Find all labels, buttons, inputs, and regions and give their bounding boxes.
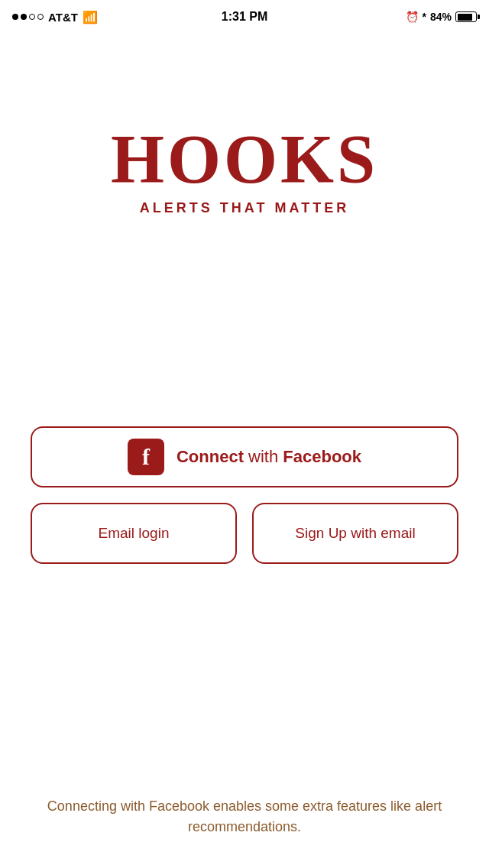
app-tagline: ALERTS THAT MATTER <box>140 200 349 216</box>
secondary-buttons-row: Email login Sign Up with email <box>31 503 458 564</box>
facebook-button-label: Connect with Facebook <box>176 447 361 467</box>
signal-dot-2 <box>21 14 27 20</box>
logo-section: HOOKS ALERTS THAT MATTER <box>111 125 378 216</box>
battery-fill <box>458 14 472 21</box>
buttons-section: f Connect with Facebook Email login Sign… <box>31 426 458 564</box>
time-label: 1:31 PM <box>222 10 267 24</box>
status-bar: AT&T 📶 1:31 PM ⏰ * 84% <box>0 0 489 34</box>
signal-dot-1 <box>12 14 18 20</box>
facebook-icon: f <box>128 439 164 475</box>
main-content: HOOKS ALERTS THAT MATTER f Connect with … <box>0 34 489 868</box>
bluetooth-icon: * <box>423 11 426 23</box>
facebook-connect-button[interactable]: f Connect with Facebook <box>31 426 458 487</box>
signup-email-button[interactable]: Sign Up with email <box>252 503 458 564</box>
carrier-label: AT&T <box>48 11 78 24</box>
status-right: ⏰ * 84% <box>406 11 477 23</box>
footer-text: Connecting with Facebook enables some ex… <box>31 796 458 837</box>
signal-dot-4 <box>37 14 44 20</box>
battery-icon <box>455 11 477 22</box>
email-login-button[interactable]: Email login <box>31 503 237 564</box>
battery-indicator <box>455 11 477 22</box>
app-logo: HOOKS <box>111 125 378 194</box>
wifi-icon: 📶 <box>83 10 98 24</box>
alarm-icon: ⏰ <box>406 11 419 23</box>
status-left: AT&T 📶 <box>12 10 98 24</box>
signal-indicator <box>12 14 44 20</box>
battery-percentage: 84% <box>430 11 452 23</box>
signal-dot-3 <box>29 14 35 20</box>
